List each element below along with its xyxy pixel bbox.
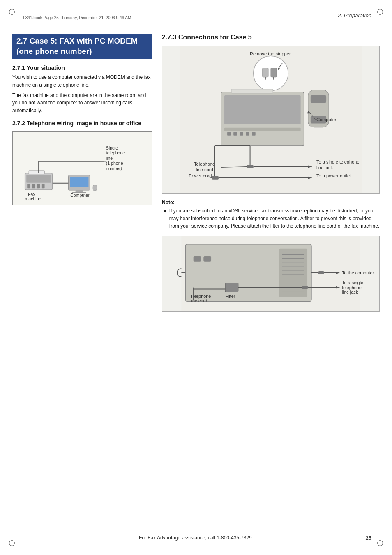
svg-text:line jack: line jack [342, 290, 358, 295]
svg-rect-36 [224, 128, 301, 131]
svg-rect-83 [318, 271, 324, 274]
svg-rect-68 [194, 256, 201, 261]
svg-rect-38 [233, 132, 237, 136]
sub-heading-1: 2.7.1 Your situation [12, 64, 152, 71]
filter-svg: To the computer Filter Telephone line co… [162, 236, 379, 311]
svg-text:To a single telephone: To a single telephone [316, 159, 360, 164]
svg-text:line: line [106, 156, 113, 161]
svg-rect-6 [29, 171, 45, 174]
right-heading: 2.7.3 Connections for Case 5 [162, 34, 380, 41]
file-info: FL341.book Page 25 Thursday, December 21… [21, 16, 131, 20]
crosshair-tr [376, 7, 385, 16]
svg-rect-41 [252, 132, 256, 136]
svg-text:(1 phone: (1 phone [106, 161, 123, 166]
note-text: If you are subscribed to an xDSL service… [169, 207, 380, 230]
svg-rect-40 [246, 132, 249, 136]
svg-text:Telephone: Telephone [194, 161, 215, 166]
svg-rect-11 [93, 185, 97, 191]
svg-rect-1 [26, 175, 51, 183]
svg-text:Filter: Filter [225, 294, 235, 299]
svg-rect-8 [70, 177, 88, 187]
svg-text:line cord: line cord [190, 298, 207, 303]
svg-text:telephone: telephone [342, 285, 362, 290]
sub-heading-2: 2.7.2 Telephone wiring image in house or… [12, 120, 152, 127]
svg-rect-69 [204, 256, 211, 261]
svg-rect-28 [263, 68, 268, 77]
svg-rect-42 [231, 89, 273, 93]
connection-diagram: Remove the stopper. [162, 46, 380, 194]
bottom-rule [12, 530, 380, 530]
wiring-diagram-box: Single telephone line (1 phone number) F… [12, 131, 152, 205]
wiring-svg: Single telephone line (1 phone number) F… [17, 138, 148, 201]
svg-text:To a power outlet: To a power outlet [316, 173, 351, 178]
note-bullet-dot: ● [164, 208, 167, 230]
svg-rect-57 [212, 176, 219, 180]
footer-page-number: 25 [366, 535, 371, 541]
svg-rect-9 [76, 190, 83, 192]
svg-rect-3 [32, 184, 35, 189]
svg-text:number): number) [106, 166, 122, 171]
svg-text:line cord: line cord [196, 167, 213, 172]
svg-rect-44 [311, 95, 326, 103]
section-title: 2.7 Case 5: FAX with PC MODEM (one phone… [16, 36, 148, 56]
svg-text:To a single: To a single [342, 280, 363, 285]
svg-text:machine: machine [25, 196, 41, 201]
note-bullet: ● If you are subscribed to an xDSL servi… [164, 207, 380, 230]
svg-rect-35 [224, 95, 301, 124]
connection-svg: Remove the stopper. [162, 46, 379, 193]
svg-text:To the computer: To the computer [342, 270, 374, 275]
sub1-para1: You wish to use a computer connected via… [12, 74, 152, 89]
svg-rect-37 [227, 132, 231, 136]
right-column: 2.7.3 Connections for Case 5 Remove the … [162, 30, 380, 525]
page-footer: For Fax Advantage assistance, call 1-800… [0, 535, 392, 541]
svg-rect-70 [279, 248, 307, 297]
svg-text:Computer: Computer [70, 193, 90, 198]
section-title-block: 2.7 Case 5: FAX with PC MODEM (one phone… [12, 34, 152, 59]
svg-text:Computer: Computer [316, 117, 337, 122]
svg-rect-87 [225, 283, 238, 292]
filter-diagram: To the computer Filter Telephone line co… [162, 236, 380, 312]
svg-rect-5 [42, 184, 45, 189]
footer-text: For Fax Advantage assistance, call 1-800… [139, 535, 253, 541]
svg-rect-47 [247, 165, 254, 168]
svg-text:Remove the stopper.: Remove the stopper. [250, 51, 292, 56]
content-area: 2.7 Case 5: FAX with PC MODEM (one phone… [12, 30, 380, 525]
svg-text:line jack: line jack [316, 165, 333, 170]
top-rule [12, 25, 380, 25]
note-label: Note: [162, 200, 380, 205]
page-header: 2. Preparation [338, 12, 371, 18]
svg-text:telephone: telephone [106, 151, 125, 156]
left-column: 2.7 Case 5: FAX with PC MODEM (one phone… [12, 30, 152, 525]
svg-rect-29 [271, 68, 277, 77]
svg-rect-94 [302, 286, 308, 289]
crosshair-tl [7, 7, 16, 16]
sub1-para2: The fax machine and the computer are in … [12, 92, 152, 115]
svg-rect-4 [37, 184, 40, 189]
svg-text:Power cord: Power cord [189, 173, 212, 178]
svg-rect-2 [27, 184, 30, 189]
svg-text:Single: Single [106, 145, 118, 150]
svg-rect-39 [240, 132, 243, 136]
page: FL341.book Page 25 Thursday, December 21… [0, 0, 392, 555]
